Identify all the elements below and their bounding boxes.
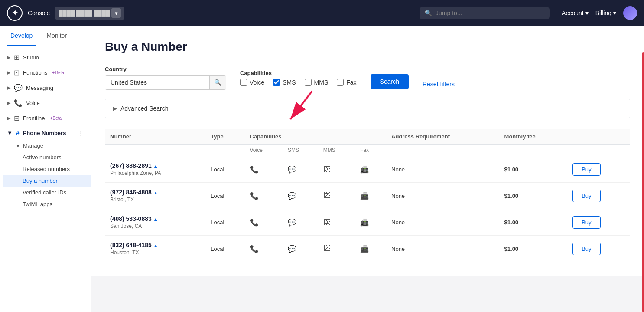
buy-button[interactable]: Buy — [572, 243, 600, 255]
phone-number: (832) 648-4185 ▲ — [110, 242, 200, 249]
voice-checkbox[interactable] — [240, 79, 247, 86]
logo: ✦ — [7, 5, 23, 21]
capability-voice[interactable]: Voice — [240, 79, 264, 86]
sidebar-item-twiml-apps[interactable]: TwiML apps — [3, 198, 91, 210]
phone-number: (408) 533-0883 ▲ — [110, 215, 200, 222]
fax-capability-label: Fax — [346, 79, 356, 86]
sidebar-item-verified-callerids[interactable]: Verified caller IDs — [3, 187, 91, 198]
sidebar-item-released-numbers[interactable]: Released numbers — [3, 163, 91, 175]
voice-capability-label: Voice — [250, 79, 264, 86]
col-number: Number — [105, 129, 205, 145]
voice-capability-cell: 📞 — [245, 156, 283, 183]
country-label: Country — [105, 66, 226, 72]
sidebar-nav: ▶ ⊞ Studio ▶ ⊡ Functions ✦Beta ▶ 💬 Messa… — [0, 46, 91, 312]
sms-capability-cell: 💬 — [283, 183, 318, 209]
country-search-icon-button[interactable]: 🔍 — [209, 76, 226, 89]
messaging-icon: 💬 — [14, 84, 23, 92]
type-cell: Local — [205, 183, 244, 209]
address-cell: None — [386, 236, 499, 262]
fee-cell: $1.00 — [499, 209, 568, 236]
functions-label: Functions — [23, 69, 47, 76]
fax-cap-icon: 📠 — [360, 219, 369, 226]
sidebar-item-functions[interactable]: ▶ ⊡ Functions ✦Beta — [0, 65, 91, 80]
phone-numbers-subsection: ▼ Manage Active numbers Released numbers… — [0, 140, 91, 210]
capability-mms[interactable]: MMS — [305, 79, 329, 86]
capabilities-label: Capabilities — [240, 70, 357, 76]
country-input[interactable] — [105, 76, 209, 89]
advanced-search-section[interactable]: ▶ Advanced Search — [105, 99, 630, 118]
tab-monitor[interactable]: Monitor — [43, 26, 70, 46]
page-title: Buy a Number — [105, 40, 630, 54]
fee-cell: $1.00 — [499, 236, 568, 262]
subcol-mms: MMS — [318, 145, 355, 156]
search-button[interactable]: Search — [371, 74, 409, 89]
country-group: Country 🔍 — [105, 66, 226, 90]
capabilities-group: Capabilities Voice SMS — [240, 70, 357, 86]
type-cell: Local — [205, 236, 244, 262]
fee-cell: $1.00 — [499, 156, 568, 183]
mms-checkbox[interactable] — [305, 79, 312, 86]
sidebar-manage[interactable]: ▼ Manage — [3, 140, 91, 151]
sidebar-phone-numbers-section[interactable]: ▼ # Phone Numbers ⋮ — [0, 126, 91, 140]
buy-button[interactable]: Buy — [572, 163, 600, 176]
sidebar-item-buy-number[interactable]: Buy a number — [3, 175, 91, 187]
manage-arrow-icon: ▼ — [16, 143, 20, 148]
sidebar-item-active-numbers[interactable]: Active numbers — [3, 151, 91, 163]
frontline-beta-badge: ✦Beta — [49, 116, 62, 121]
type-cell: Local — [205, 156, 244, 183]
mms-cap-icon: 🖼 — [323, 245, 330, 252]
project-dropdown-button[interactable]: ▾ — [111, 8, 121, 18]
fax-checkbox[interactable] — [337, 79, 344, 86]
reset-filters-link[interactable]: Reset filters — [423, 81, 455, 88]
capability-sms[interactable]: SMS — [273, 79, 296, 86]
sms-cap-icon: 💬 — [288, 245, 296, 253]
fax-cap-icon: 📠 — [360, 192, 369, 200]
voice-capability-cell: 📞 — [245, 183, 283, 209]
sidebar-tabs: Develop Monitor — [0, 26, 91, 46]
project-selector[interactable]: ████ ████ ████ ▾ — [55, 7, 124, 20]
phone-location: San Jose, CA — [110, 223, 200, 229]
sidebar-item-frontline[interactable]: ▶ ⊟ Frontline ✦Beta — [0, 111, 91, 126]
mms-capability-cell: 🖼 — [318, 236, 355, 262]
avatar[interactable] — [623, 6, 637, 20]
table-header-row: Number Type Capabilities Address Require… — [105, 129, 630, 145]
studio-arrow-icon: ▶ — [7, 55, 10, 60]
phone-numbers-more-icon[interactable]: ⋮ — [78, 130, 84, 136]
mms-cap-icon: 🖼 — [323, 192, 330, 199]
search-form: Country 🔍 Capabilities Voice — [105, 66, 630, 90]
sidebar-item-voice[interactable]: ▶ 📞 Voice — [0, 95, 91, 111]
number-cell: (972) 846-4808 ▲ Bristol, TX — [105, 183, 205, 209]
voice-arrow-icon: ▶ — [7, 100, 10, 106]
phone-number: (267) 888-2891 ▲ — [110, 162, 200, 169]
account-menu[interactable]: Account ▾ — [562, 10, 589, 16]
sms-capability-label: SMS — [283, 79, 296, 86]
voice-icon: 📞 — [14, 99, 23, 107]
capability-fax[interactable]: Fax — [337, 79, 356, 86]
fax-capability-cell: 📠 — [355, 209, 386, 236]
voice-capability-cell: 📞 — [245, 236, 283, 262]
sms-capability-cell: 💬 — [283, 156, 318, 183]
global-search[interactable]: 🔍 — [420, 7, 550, 19]
action-cell: Buy — [567, 236, 630, 262]
phone-numbers-icon: # — [16, 129, 20, 136]
sms-capability-cell: 💬 — [283, 236, 318, 262]
tab-develop[interactable]: Develop — [7, 26, 36, 46]
fax-capability-cell: 📠 — [355, 236, 386, 262]
buy-button[interactable]: Buy — [572, 216, 600, 229]
fee-cell: $1.00 — [499, 183, 568, 209]
fax-capability-cell: 📠 — [355, 156, 386, 183]
buy-button[interactable]: Buy — [572, 190, 600, 202]
sidebar-item-studio[interactable]: ▶ ⊞ Studio — [0, 50, 91, 65]
subcol-voice: Voice — [245, 145, 283, 156]
phone-numbers-collapse-icon: ▼ — [7, 130, 13, 136]
voice-cap-icon: 📞 — [250, 192, 259, 200]
table-row: (972) 846-4808 ▲ Bristol, TX Local 📞 💬 🖼… — [105, 183, 630, 209]
sms-checkbox[interactable] — [273, 79, 280, 86]
capabilities-checkboxes: Voice SMS MMS — [240, 79, 357, 86]
billing-menu[interactable]: Billing ▾ — [595, 10, 616, 16]
top-nav-right: Account ▾ Billing ▾ — [562, 6, 637, 20]
sms-cap-icon: 💬 — [288, 166, 296, 173]
sidebar-item-messaging[interactable]: ▶ 💬 Messaging — [0, 80, 91, 95]
search-input[interactable] — [436, 10, 544, 16]
type-cell: Local — [205, 209, 244, 236]
